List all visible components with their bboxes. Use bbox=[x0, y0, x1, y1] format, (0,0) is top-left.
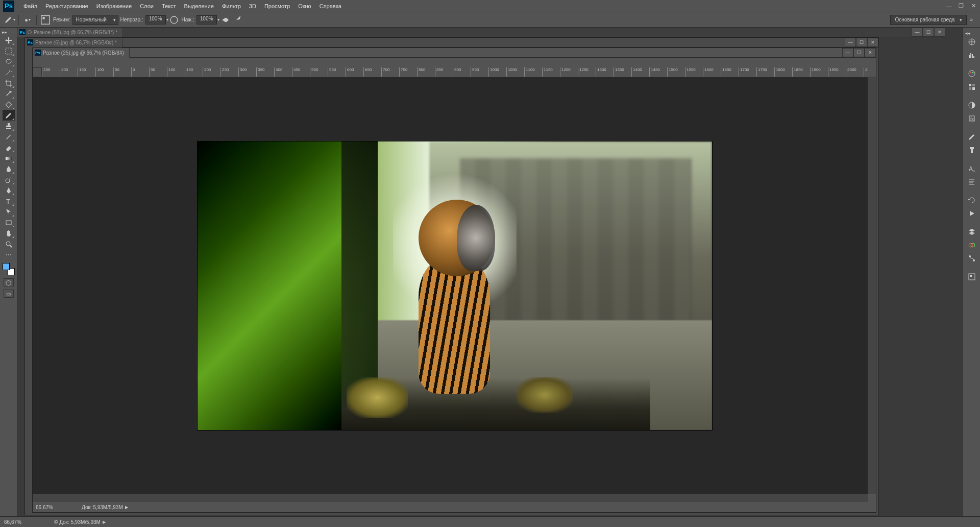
actions-panel-icon[interactable] bbox=[966, 207, 978, 220]
doc1-maximize[interactable]: ☐ bbox=[856, 38, 867, 47]
status-zoom[interactable]: 66,67% bbox=[36, 505, 71, 510]
svg-rect-29 bbox=[970, 275, 972, 277]
svg-point-12 bbox=[969, 70, 975, 77]
pressure-size-icon[interactable] bbox=[231, 14, 242, 26]
collapse-panels-icon[interactable]: » bbox=[967, 17, 976, 22]
quickmask-button[interactable]: ◯ bbox=[4, 278, 14, 286]
doc2-maximize[interactable]: ☐ bbox=[853, 48, 865, 57]
window-maximize[interactable]: ❐ bbox=[958, 3, 965, 10]
pen-tool[interactable] bbox=[3, 185, 15, 196]
tab-doc-2[interactable]: Ps Разное (25).jpg @ 66,7% (RGB/8#) bbox=[33, 48, 130, 58]
paragraph-panel-icon[interactable] bbox=[966, 176, 978, 188]
channels-panel-icon[interactable] bbox=[966, 239, 978, 251]
ruler-horizontal[interactable]: 2502001501005005010015020025030035040045… bbox=[42, 67, 868, 77]
hand-tool[interactable] bbox=[3, 228, 15, 238]
menu-layer[interactable]: Слои bbox=[136, 3, 158, 9]
zoom-tool[interactable] bbox=[3, 238, 15, 249]
healing-tool[interactable] bbox=[3, 99, 15, 110]
brush-tool-icon[interactable]: ▾ bbox=[4, 14, 15, 26]
menu-bar: Ps Файл Редактирование Изображение Слои … bbox=[0, 0, 980, 12]
flow-input[interactable]: 100% bbox=[197, 15, 217, 25]
mode-select[interactable]: Нормальный bbox=[72, 15, 118, 25]
svg-text:T: T bbox=[6, 198, 10, 205]
character-panel-icon[interactable]: A bbox=[966, 162, 978, 175]
menu-image[interactable]: Изображение bbox=[92, 3, 136, 9]
status-doc-size[interactable]: Док: 5,93M/5,93M bbox=[82, 505, 123, 510]
doc1-minimize[interactable]: — bbox=[845, 38, 856, 47]
paths-panel-icon[interactable] bbox=[966, 252, 978, 265]
menu-type[interactable]: Текст bbox=[158, 3, 180, 9]
scrollbar-horizontal[interactable] bbox=[33, 494, 868, 502]
eyedropper-tool[interactable] bbox=[3, 88, 15, 99]
right-gutter bbox=[945, 28, 963, 516]
appstatus-zoom[interactable]: 66,67% bbox=[4, 519, 40, 525]
foreground-color[interactable] bbox=[3, 263, 10, 270]
screenmode-button[interactable]: ▭ bbox=[4, 290, 14, 298]
navigator-icon[interactable] bbox=[966, 36, 978, 48]
appstatus-doc-size[interactable]: Док: 5,93M/5,93M bbox=[59, 519, 101, 525]
doc1-close[interactable]: ✕ bbox=[867, 38, 878, 47]
canvas-viewport[interactable] bbox=[33, 77, 868, 494]
workspace-select[interactable]: Основная рабочая среда bbox=[890, 15, 967, 25]
rectangle-tool[interactable] bbox=[3, 217, 15, 228]
color-swatches[interactable] bbox=[3, 263, 15, 275]
marquee-tool[interactable] bbox=[3, 45, 15, 56]
dodge-tool[interactable] bbox=[3, 174, 15, 185]
doc0-close[interactable]: ✕ bbox=[934, 28, 945, 37]
brush-icon bbox=[4, 15, 13, 24]
edit-toolbar[interactable]: ⋯ bbox=[3, 249, 15, 260]
brush-panel-icon[interactable] bbox=[40, 14, 51, 26]
opacity-pressure-icon[interactable] bbox=[168, 14, 180, 26]
path-select-tool[interactable] bbox=[3, 206, 15, 217]
move-tool[interactable] bbox=[3, 35, 15, 45]
brush-tool[interactable] bbox=[3, 110, 15, 121]
doc0-maximize[interactable]: ☐ bbox=[923, 28, 934, 37]
tabbar-inner: Ps Разное (25).jpg @ 66,7% (RGB/8#) — ☐ … bbox=[33, 48, 876, 58]
tools-collapse-icon[interactable]: ▸▸ bbox=[0, 30, 7, 35]
eraser-tool[interactable] bbox=[3, 142, 15, 153]
lasso-tool[interactable] bbox=[3, 56, 15, 67]
window-close[interactable]: ✕ bbox=[970, 3, 977, 10]
doc2-minimize[interactable]: — bbox=[842, 48, 853, 57]
menu-filter[interactable]: Фильтр bbox=[218, 3, 245, 9]
opacity-label: Непрозр.: bbox=[120, 17, 143, 22]
brush-presets-panel-icon[interactable] bbox=[966, 144, 978, 156]
doc2-close[interactable]: ✕ bbox=[865, 48, 876, 57]
tab-doc-0[interactable]: Ps Разное (58).jpg @ 66,7% (RGB/8*) * bbox=[17, 28, 123, 37]
menu-view[interactable]: Просмотр bbox=[260, 3, 294, 9]
brush-preset-icon[interactable]: ●▾ bbox=[22, 14, 33, 26]
wand-tool[interactable] bbox=[3, 67, 15, 78]
history-brush-tool[interactable] bbox=[3, 131, 15, 142]
histogram-icon[interactable] bbox=[966, 49, 978, 61]
properties-panel-icon[interactable] bbox=[966, 271, 978, 283]
airbrush-icon[interactable] bbox=[219, 14, 231, 26]
history-panel-icon[interactable] bbox=[966, 194, 978, 206]
gradient-tool[interactable] bbox=[3, 153, 15, 163]
type-tool[interactable]: T bbox=[3, 196, 15, 206]
stamp-tool[interactable] bbox=[3, 121, 15, 131]
status-menu-icon[interactable]: ▶ bbox=[125, 505, 128, 510]
menu-3d[interactable]: 3D bbox=[245, 3, 260, 9]
crop-tool[interactable] bbox=[3, 78, 15, 88]
blur-tool[interactable] bbox=[3, 163, 15, 174]
color-panel-icon[interactable] bbox=[966, 67, 978, 80]
styles-panel-icon[interactable]: fx bbox=[966, 112, 978, 125]
appstatus-menu-icon[interactable]: ▶ bbox=[103, 520, 106, 524]
rightpanel-collapse-icon[interactable]: ◂◂ bbox=[963, 31, 970, 36]
window-minimize[interactable]: — bbox=[945, 3, 952, 10]
canvas[interactable] bbox=[198, 141, 712, 430]
opacity-input[interactable]: 100% bbox=[145, 15, 166, 25]
brush-panel-icon-r[interactable] bbox=[966, 131, 978, 143]
swatches-panel-icon[interactable] bbox=[966, 81, 978, 93]
menu-file[interactable]: Файл bbox=[19, 3, 41, 9]
ruler-origin[interactable] bbox=[33, 67, 42, 77]
menu-help[interactable]: Справка bbox=[315, 3, 346, 9]
layers-panel-icon[interactable] bbox=[966, 226, 978, 238]
doc0-minimize[interactable]: — bbox=[912, 28, 923, 37]
adjustments-panel-icon[interactable] bbox=[966, 99, 978, 111]
menu-select[interactable]: Выделение bbox=[180, 3, 218, 9]
tab-doc-1[interactable]: Ps Разное (6).jpg @ 66,7% (RGB/8#) * bbox=[25, 38, 122, 47]
scrollbar-vertical[interactable] bbox=[868, 77, 876, 494]
menu-window[interactable]: Окно bbox=[294, 3, 315, 9]
menu-edit[interactable]: Редактирование bbox=[41, 3, 92, 9]
